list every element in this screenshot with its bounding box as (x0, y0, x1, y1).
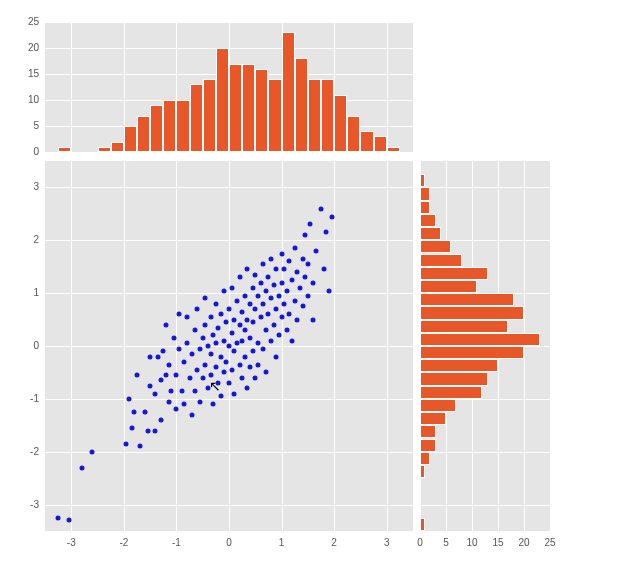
scatter-point (208, 351, 213, 356)
scatter-point (156, 354, 161, 359)
scatter-point (245, 317, 250, 322)
scatter-point (132, 410, 137, 415)
scatter-point (276, 293, 281, 298)
hist-bar (137, 116, 150, 152)
scatter-point (232, 349, 237, 354)
hist-bar (255, 69, 268, 152)
hist-bar (420, 320, 508, 333)
scatter-point (216, 325, 221, 330)
scatter-point (190, 412, 195, 417)
scatter-point (234, 341, 239, 346)
hist-bar (420, 439, 436, 452)
scatter-point (219, 354, 224, 359)
scatter-point (261, 301, 266, 306)
hist-bar (420, 412, 446, 425)
scatter-point (137, 444, 142, 449)
scatter-point (295, 317, 300, 322)
scatter-point (179, 388, 184, 393)
hist-bar (420, 306, 524, 319)
tick-label: 10 (466, 537, 477, 548)
scatter-point (303, 233, 308, 238)
scatter-point (274, 307, 279, 312)
scatter-point (255, 293, 260, 298)
scatter-point (177, 346, 182, 351)
scatter-point (284, 328, 289, 333)
hist-bar (420, 465, 425, 478)
hist-bar (360, 131, 373, 152)
hist-bar (58, 147, 71, 152)
hist-bar (282, 32, 295, 152)
scatter-point (66, 518, 71, 523)
scatter-point (142, 410, 147, 415)
scatter-point (269, 296, 274, 301)
tick-label: 15 (492, 537, 503, 548)
tick-label: -3 (67, 537, 76, 548)
scatter-point (198, 399, 203, 404)
scatter-point (319, 206, 324, 211)
composite-scatter-with-marginals: -3-2-10123-3-2-1012305101520250510152025… (0, 0, 624, 566)
scatter-point (255, 341, 260, 346)
scatter-point (203, 322, 208, 327)
scatter-point (287, 312, 292, 317)
scatter-point (242, 328, 247, 333)
hist-bar (242, 64, 255, 152)
scatter-point (232, 391, 237, 396)
scatter-point (148, 354, 153, 359)
scatter-point (311, 317, 316, 322)
scatter-point (166, 362, 171, 367)
scatter-point (213, 341, 218, 346)
scatter-point (271, 322, 276, 327)
scatter-point (261, 262, 266, 267)
scatter-point (324, 230, 329, 235)
scatter-point (211, 333, 216, 338)
tick-label: 3 (384, 537, 390, 548)
scatter-point (182, 359, 187, 364)
hist-bar (98, 147, 111, 152)
scatter-point (192, 328, 197, 333)
hist-bar (334, 95, 347, 152)
scatter-point (258, 314, 263, 319)
scatter-point (221, 338, 226, 343)
scatter-point (300, 304, 305, 309)
scatter-point (329, 214, 334, 219)
scatter-point (161, 349, 166, 354)
scatter-point (237, 322, 242, 327)
scatter-point (266, 275, 271, 280)
hist-bar (308, 79, 321, 152)
hist-bar (420, 346, 524, 359)
hist-bar (420, 174, 425, 187)
scatter-point (253, 375, 258, 380)
hist-bar (387, 147, 400, 152)
scatter-point (300, 256, 305, 261)
hist-bar (420, 280, 477, 293)
scatter-point (242, 354, 247, 359)
hist-bar (203, 79, 216, 152)
scatter-point (135, 373, 140, 378)
scatter-point (229, 330, 234, 335)
scatter-point (245, 267, 250, 272)
scatter-point (308, 222, 313, 227)
tick-label: 25 (544, 537, 555, 548)
scatter-point (227, 307, 232, 312)
scatter-point (195, 367, 200, 372)
scatter-point (221, 370, 226, 375)
scatter-point (177, 312, 182, 317)
scatter-point (269, 338, 274, 343)
scatter-point (200, 336, 205, 341)
scatter-point (198, 346, 203, 351)
tick-label: 1 (279, 537, 285, 548)
scatter-point (248, 365, 253, 370)
hist-bar (420, 333, 540, 346)
scatter-point (245, 386, 250, 391)
scatter-point (305, 293, 310, 298)
scatter-point (174, 373, 179, 378)
scatter-point (203, 362, 208, 367)
scatter-point (303, 275, 308, 280)
scatter-point (169, 388, 174, 393)
tick-label: 0 (226, 537, 232, 548)
hist-bar (420, 386, 482, 399)
hist-bar (420, 227, 441, 240)
scatter-point (253, 272, 258, 277)
hist-bar (420, 267, 488, 280)
tick-label: 0 (417, 537, 423, 548)
